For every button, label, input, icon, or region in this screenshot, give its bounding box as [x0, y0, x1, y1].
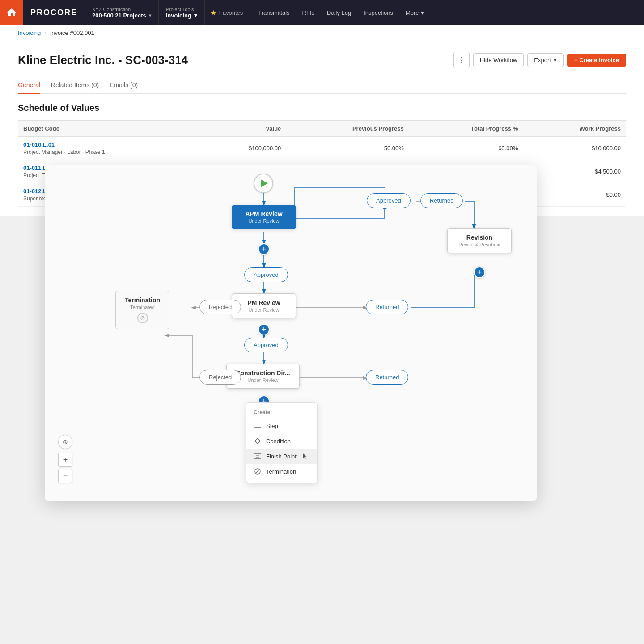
approved-bot-node[interactable]: Approved: [244, 338, 288, 352]
context-menu: Create: Step Condition Finish Point: [246, 402, 318, 483]
step-icon: [254, 422, 262, 430]
svg-rect-22: [254, 424, 261, 428]
more-options-button[interactable]: ⋮: [453, 52, 470, 68]
approved-mid-node[interactable]: Approved: [244, 267, 288, 282]
cell-value: $100,000.00: [201, 137, 286, 160]
tools-dropdown-arrow: ▾: [194, 12, 197, 19]
project-tools-selector[interactable]: Project Tools Invoicing ▾: [159, 0, 205, 25]
cell-work-progress: $10,000.00: [523, 137, 626, 160]
termination-node[interactable]: Termination Terminated ⊘: [115, 291, 169, 329]
revision-node[interactable]: Revision Revise & Resubmit: [447, 228, 512, 253]
tabs: General Related Items (0) Emails (0): [18, 77, 626, 94]
pm-review-add-button[interactable]: +: [258, 324, 270, 335]
apm-add-button[interactable]: +: [258, 243, 270, 255]
tab-related-items[interactable]: Related Items (0): [51, 77, 99, 94]
page-header: Kline Electric Inc. - SC-003-314 ⋮ Hide …: [18, 52, 626, 68]
col-work-progress: Work Progress: [523, 121, 626, 137]
create-invoice-button[interactable]: + Create Invoice: [567, 54, 626, 67]
pm-review-node[interactable]: PM Review Under Review: [232, 293, 296, 318]
rejected-bot-node[interactable]: Rejected: [199, 370, 241, 385]
budget-code: 01-010.L.01: [23, 141, 196, 148]
breadcrumb-separator: ›: [44, 30, 46, 36]
breadcrumb-current: Invoice #002.001: [50, 30, 94, 36]
returned-top-node[interactable]: Returned: [420, 193, 463, 208]
budget-desc: Project Manager · Labor · Phase 1: [23, 149, 196, 155]
breadcrumb: Invoicing › Invoice #002.001: [0, 25, 644, 41]
svg-rect-24: [254, 453, 261, 459]
workflow-canvas: APM Review Under Review + Approved Retur…: [45, 165, 537, 501]
col-total-progress: Total Progress %: [409, 121, 523, 137]
export-button[interactable]: Export ▾: [527, 53, 564, 67]
top-nav: XYZ Construction PROCORE XYZ Constructio…: [0, 0, 644, 25]
play-icon: [261, 179, 268, 187]
page-title: Kline Electric Inc. - SC-003-314: [18, 53, 188, 67]
table-row: 01-010.L.01 Project Manager · Labor · Ph…: [18, 137, 626, 160]
workflow-overlay: APM Review Under Review + Approved Retur…: [45, 165, 537, 501]
returned-bot-node[interactable]: Returned: [366, 370, 408, 385]
project-dropdown-arrow: ▾: [149, 13, 151, 18]
nav-links: Transmittals RFIs Daily Log Inspections …: [252, 0, 430, 25]
condition-icon: [254, 437, 262, 445]
termination-icon: ⊘: [137, 313, 148, 323]
zoom-out-button[interactable]: −: [58, 469, 72, 483]
zoom-controls: ⊕ + −: [58, 435, 72, 483]
nav-link-daily-log[interactable]: Daily Log: [321, 0, 357, 25]
cell-work-progress: $4,500.00: [523, 160, 626, 183]
header-actions: ⋮ Hide Workflow Export ▾ + Create Invoic…: [453, 52, 626, 68]
hide-workflow-button[interactable]: Hide Workflow: [473, 53, 524, 67]
logo: XYZ Construction PROCORE: [23, 0, 85, 25]
cell-prev-progress: 50.00%: [286, 137, 409, 160]
workflow-start-button[interactable]: [254, 174, 273, 193]
context-menu-header: Create:: [246, 407, 317, 418]
termination-menu-icon: [254, 467, 262, 475]
home-button[interactable]: [0, 0, 23, 25]
more-dropdown-arrow: ▾: [421, 9, 424, 16]
apm-review-node[interactable]: APM Review Under Review: [232, 205, 296, 229]
tab-emails[interactable]: Emails (0): [110, 77, 138, 94]
rejected-top-node[interactable]: Rejected: [199, 300, 241, 314]
context-menu-finish-point[interactable]: Finish Point: [246, 449, 317, 464]
favorites-button[interactable]: ★ Favorites: [205, 8, 248, 17]
returned-mid-node[interactable]: Returned: [366, 300, 408, 314]
col-value: Value: [201, 121, 286, 137]
cell-work-progress: $0.00: [523, 183, 626, 207]
revision-add-button[interactable]: +: [474, 267, 485, 278]
svg-line-28: [256, 470, 259, 473]
zoom-in-button[interactable]: +: [58, 453, 72, 467]
termination-label: Termination: [266, 468, 296, 475]
finish-point-icon: [254, 452, 262, 460]
finish-point-label: Finish Point: [266, 453, 297, 460]
nav-link-inspections[interactable]: Inspections: [357, 0, 399, 25]
step-label: Step: [266, 423, 278, 429]
tab-general[interactable]: General: [18, 77, 40, 94]
col-prev-progress: Previous Progress: [286, 121, 409, 137]
col-budget-code: Budget Code: [18, 121, 201, 137]
project-selector[interactable]: XYZ Construction 200-500 21 Projects ▾: [85, 0, 159, 25]
sov-title: Schedule of Values: [18, 103, 626, 113]
context-menu-condition[interactable]: Condition: [246, 433, 317, 449]
svg-marker-23: [255, 438, 260, 444]
condition-label: Condition: [266, 438, 291, 445]
context-menu-step[interactable]: Step: [246, 418, 317, 433]
cell-total-progress: 60.00%: [409, 137, 523, 160]
breadcrumb-parent[interactable]: Invoicing: [18, 30, 41, 36]
compass-button[interactable]: ⊕: [58, 435, 72, 449]
nav-link-rfis[interactable]: RFIs: [296, 0, 321, 25]
nav-link-transmittals[interactable]: Transmittals: [252, 0, 296, 25]
cursor-icon: [302, 452, 308, 460]
approved-top-node[interactable]: Approved: [367, 193, 411, 208]
star-icon: ★: [210, 8, 216, 17]
nav-more-button[interactable]: More ▾: [399, 0, 430, 25]
context-menu-termination[interactable]: Termination: [246, 464, 317, 479]
